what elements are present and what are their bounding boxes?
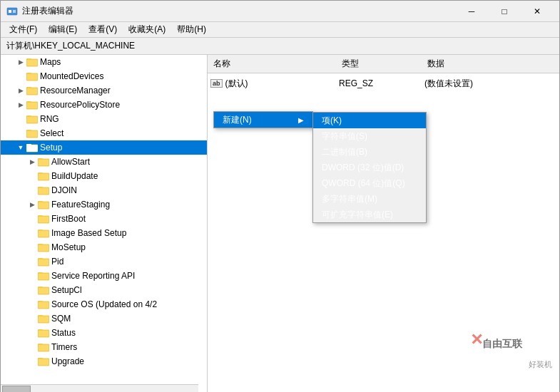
menu-file[interactable]: 文件(F) — [4, 22, 43, 37]
tree-label-djoin: DJOIN — [51, 185, 77, 195]
tree-item-pid[interactable]: Pid — [1, 254, 207, 269]
minimize-button[interactable]: ─ — [455, 1, 488, 22]
svg-rect-32 — [38, 187, 43, 189]
tree-item-upgrade[interactable]: Upgrade — [1, 354, 207, 368]
folder-icon-mounteddevices — [26, 71, 38, 81]
expand-setup[interactable]: ▼ — [15, 142, 26, 153]
tree-item-setupcl[interactable]: SetupCl — [1, 283, 207, 297]
ab-type-icon: ab — [210, 79, 223, 88]
svg-rect-68 — [38, 358, 43, 360]
sub-dword-label: DWORD (32 位)值(D) — [322, 162, 404, 174]
tree-item-mosetup[interactable]: MoSetup — [1, 240, 207, 254]
folder-icon-featurestaging — [38, 200, 49, 210]
ctx-item-new[interactable]: 新建(N) ▶ 项(K) 字符串值(S) 二进制值(B) DWORD (32 位… — [214, 112, 312, 128]
tree-label-maps: Maps — [40, 57, 61, 67]
tree-item-timers[interactable]: Timers — [1, 340, 207, 354]
horizontal-scroll-thumb[interactable] — [2, 386, 31, 393]
tree-item-imagebasedsetup[interactable]: Image Based Setup — [1, 226, 207, 240]
sub-item-dword[interactable]: DWORD (32 位)值(D) — [313, 160, 426, 175]
menu-bar: 文件(F) 编辑(E) 查看(V) 收藏夹(A) 帮助(H) — [1, 22, 559, 38]
svg-rect-20 — [26, 130, 31, 132]
tree-item-sqm[interactable]: SQM — [1, 311, 207, 326]
reg-row-default[interactable]: ab (默认) REG_SZ (数值未设置) — [210, 76, 556, 91]
tree-item-setup[interactable]: ▼ Setup — [1, 140, 207, 155]
tree-item-maps[interactable]: ▶ Maps — [1, 55, 207, 69]
context-menu[interactable]: 新建(N) ▶ 项(K) 字符串值(S) 二进制值(B) DWORD (32 位… — [213, 111, 313, 128]
col-header-data: 数据 — [422, 56, 559, 71]
tree-label-status: Status — [51, 328, 76, 338]
svg-rect-59 — [38, 315, 43, 317]
svg-rect-1 — [9, 10, 11, 13]
svg-rect-11 — [26, 87, 31, 89]
tree-label-pid: Pid — [51, 257, 63, 267]
sub-item-key[interactable]: 项(K) — [313, 113, 426, 128]
tree-label-mosetup: MoSetup — [51, 242, 86, 252]
folder-icon-imagebasedsetup — [38, 228, 49, 238]
tree-item-buildupdate[interactable]: BuildUpdate — [1, 169, 207, 183]
reg-type-default: REG_SZ — [339, 78, 424, 88]
tree-item-select[interactable]: Select — [1, 126, 207, 140]
sub-qword-label: QWORD (64 位)值(Q) — [322, 177, 405, 190]
tree-scroll[interactable]: ▶ Maps MountedDevices ▶ ResourceManager — [1, 55, 207, 392]
reg-name-default: ab (默认) — [210, 78, 339, 90]
expand-resourcepolicystore[interactable]: ▶ — [15, 99, 26, 110]
tree-label-setupcl: SetupCl — [51, 285, 82, 295]
tree-label-select: Select — [40, 128, 63, 138]
tree-item-mounteddevices[interactable]: MountedDevices — [1, 69, 207, 83]
expand-maps[interactable]: ▶ — [15, 56, 26, 68]
expand-featurestaging[interactable]: ▶ — [26, 199, 38, 210]
tree-label-imagebasedsetup: Image Based Setup — [51, 228, 126, 238]
tree-item-status[interactable]: Status — [1, 326, 207, 340]
maximize-button[interactable]: □ — [488, 1, 521, 22]
svg-rect-47 — [38, 258, 43, 260]
tree-item-rng[interactable]: RNG — [1, 112, 207, 126]
sub-item-expandstring[interactable]: 可扩充字符串值(E) — [313, 207, 426, 222]
svg-rect-62 — [38, 329, 43, 331]
tree-item-servicereportingapi[interactable]: Service Reporting API — [1, 269, 207, 283]
reg-name-label: (默认) — [225, 78, 248, 90]
svg-rect-17 — [26, 115, 31, 118]
tree-panel: ▶ Maps MountedDevices ▶ ResourceManager — [1, 55, 208, 392]
tree-label-timers: Timers — [51, 342, 77, 352]
tree-horizontal-scrollbar[interactable] — [1, 384, 198, 392]
folder-icon-pid — [38, 257, 49, 267]
col-header-type: 类型 — [336, 56, 422, 71]
svg-rect-56 — [38, 301, 43, 303]
svg-rect-26 — [38, 158, 43, 160]
tree-label-firstboot: FirstBoot — [51, 214, 86, 224]
tree-item-resourcepolicystore[interactable]: ▶ ResourcePolicyStore — [1, 98, 207, 112]
folder-icon-djoin — [38, 185, 49, 195]
submenu-new[interactable]: 项(K) 字符串值(S) 二进制值(B) DWORD (32 位)值(D) QW… — [312, 112, 427, 223]
folder-icon-allowstart — [38, 157, 49, 167]
menu-edit[interactable]: 编辑(E) — [43, 22, 83, 37]
folder-icon-sqm — [38, 314, 49, 324]
tree-item-featurestaging[interactable]: ▶ FeatureStaging — [1, 197, 207, 212]
folder-icon-select — [26, 128, 38, 138]
folder-icon-resourcepolicystore — [26, 100, 38, 110]
close-button[interactable]: ✕ — [521, 1, 554, 22]
tree-label-sourceos: Source OS (Updated on 4/2 — [51, 299, 157, 309]
tree-label-mounteddevices: MountedDevices — [40, 71, 103, 81]
sub-item-multistring[interactable]: 多字符串值(M) — [313, 191, 426, 207]
tree-item-resourcemanager[interactable]: ▶ ResourceManager — [1, 83, 207, 98]
menu-favorites[interactable]: 收藏夹(A) — [123, 22, 171, 37]
sub-expandstring-label: 可扩充字符串值(E) — [322, 209, 393, 221]
expand-allowstart[interactable]: ▶ — [26, 156, 38, 167]
svg-rect-35 — [38, 201, 43, 203]
tree-item-sourceos[interactable]: Source OS (Updated on 4/2 — [1, 297, 207, 311]
tree-label-featurestaging: FeatureStaging — [51, 200, 110, 210]
sub-item-qword[interactable]: QWORD (64 位)值(Q) — [313, 175, 426, 191]
sub-key-label: 项(K) — [322, 115, 342, 127]
menu-view[interactable]: 查看(V) — [83, 22, 123, 37]
tree-item-djoin[interactable]: DJOIN — [1, 183, 207, 197]
sub-item-string[interactable]: 字符串值(S) — [313, 128, 426, 144]
folder-icon-firstboot — [38, 214, 49, 224]
tree-item-firstboot[interactable]: FirstBoot — [1, 212, 207, 226]
sub-item-binary[interactable]: 二进制值(B) — [313, 144, 426, 160]
svg-rect-65 — [38, 344, 43, 346]
folder-icon-mosetup — [38, 242, 49, 252]
expand-resourcemanager[interactable]: ▶ — [15, 85, 26, 96]
tree-item-allowstart[interactable]: ▶ AllowStart — [1, 155, 207, 169]
menu-help[interactable]: 帮助(H) — [171, 22, 212, 37]
ctx-new-label: 新建(N) — [223, 114, 252, 126]
